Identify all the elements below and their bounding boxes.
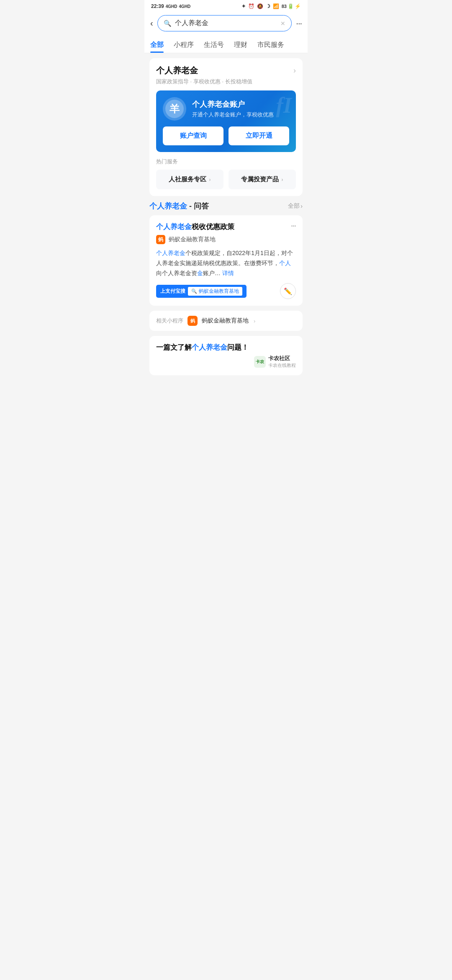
source-main-name: 卡农社区 — [268, 355, 296, 362]
search-tag-value-text: 蚂蚁金融教育基地 — [199, 288, 239, 295]
first-result-card: 个人养老金 › 国家政策指导 · 享税收优惠 · 长投稳增值 fI 羊 个人养老… — [149, 58, 303, 196]
search-value: 个人养老金 — [175, 19, 277, 28]
banner-desc: 开通个人养老金账户，享税收优惠 — [192, 111, 289, 119]
banner-icon-label: 羊 — [170, 102, 180, 116]
result-title: 一篇文了解个人养老金问题！ — [156, 343, 296, 352]
more-button[interactable]: ··· — [296, 18, 302, 28]
qa-title-highlight-part: 个人养老金 — [156, 223, 192, 231]
battery-level-text: 83 — [282, 4, 287, 9]
related-mini-program-row[interactable]: 相关小程序 蚂 蚂蚁金融教育基地 › — [149, 311, 303, 331]
banner-icon-inner: 羊 — [165, 100, 184, 118]
card-main-title: 个人养老金 — [156, 65, 198, 76]
alarm-icon: ⏰ — [248, 3, 254, 9]
related-chevron-icon: › — [254, 318, 255, 324]
qa-all-chevron-icon: › — [300, 203, 303, 209]
hot-service-investment-label: 专属投资产品 — [241, 175, 279, 183]
qa-title-text: 个人养老金税收优惠政策 — [156, 222, 234, 232]
mute-icon: 🔕 — [257, 3, 263, 9]
qa-body-highlight1: 个人养老金 — [156, 250, 185, 256]
qa-title-row: 个人养老金税收优惠政策 ··· — [156, 222, 296, 232]
tab-all[interactable]: 全部 — [150, 36, 164, 53]
result-source-badge: 卡农 卡农社区 卡农在线教程 — [254, 355, 296, 369]
qa-card: 个人养老金税收优惠政策 ··· 蚂 蚂蚁金融教育基地 个人养老金个税政策规定，自… — [149, 215, 303, 306]
battery-icon: 🔋 — [288, 3, 294, 9]
card-subtitle: 国家政策指导 · 享税收优惠 · 长投稳增值 — [156, 78, 296, 85]
back-button[interactable]: ‹ — [150, 18, 153, 28]
status-right: ✦ ⏰ 🔕 ☽ 📶 83 🔋 ⚡ — [241, 3, 301, 9]
tab-finance[interactable]: 理财 — [234, 36, 247, 53]
banner-watermark: fI — [276, 95, 292, 116]
search-tag-value: 🔍 蚂蚁金融教育基地 — [188, 287, 242, 296]
hot-service-renshe[interactable]: 人社服务专区 › — [156, 170, 223, 189]
renshe-chevron-icon: › — [209, 176, 211, 183]
status-time: 22:39 — [151, 3, 164, 9]
hot-service-investment[interactable]: 专属投资产品 › — [229, 170, 296, 189]
qa-title-suffix: - 问答 — [187, 202, 209, 210]
qa-title-highlight: 个人养老金 — [149, 202, 187, 210]
qa-all-link[interactable]: 全部 › — [288, 202, 303, 210]
qa-title-suffix-part: 税收优惠政策 — [192, 223, 234, 231]
signal-left: 4GHD — [166, 4, 177, 9]
source-icon: 蚂 — [156, 235, 165, 244]
hot-label: 热门服务 — [156, 158, 296, 165]
bluetooth-icon: ✦ — [241, 3, 246, 9]
kn-badge: 卡农 — [254, 356, 266, 368]
search-tag-row: 上支付宝搜 🔍 蚂蚁金融教育基地 ✏️ — [156, 283, 296, 299]
qa-detail-link[interactable]: 详情 — [222, 270, 234, 276]
source-sub-label: 卡农在线教程 — [268, 362, 296, 369]
qa-section-header: 个人养老金 - 问答 全部 › — [149, 201, 303, 211]
blue-banner: fI 羊 个人养老金账户 开通个人养老金账户，享税收优惠 账户查询 立即开通 — [156, 90, 296, 152]
banner-text-group: 个人养老金账户 开通个人养老金账户，享税收优惠 — [192, 99, 289, 119]
qa-more-button[interactable]: ··· — [291, 222, 296, 231]
qa-source-row: 蚂 蚂蚁金融教育基地 — [156, 235, 296, 244]
banner-icon-circle: 羊 — [163, 97, 186, 121]
card-title-row: 个人养老金 › — [156, 65, 296, 76]
account-query-button[interactable]: 账户查询 — [163, 126, 223, 145]
bottom-result-card: 一篇文了解个人养老金问题！ 卡农 卡农社区 卡农在线教程 — [149, 336, 303, 375]
result-title-part1: 一篇文了解 — [156, 343, 192, 351]
search-icon: 🔍 — [164, 20, 172, 27]
wifi-icon: 📶 — [273, 3, 279, 9]
kn-badge-label: 卡农 — [256, 359, 264, 365]
investment-chevron-icon: › — [281, 176, 283, 183]
search-inner-icon: 🔍 — [191, 289, 197, 294]
result-title-highlight: 个人养老金 — [192, 343, 227, 351]
edit-icon: ✏️ — [284, 287, 292, 295]
banner-title: 个人养老金账户 — [192, 99, 289, 109]
source-text-group: 卡农社区 卡农在线教程 — [268, 355, 296, 369]
search-box[interactable]: 🔍 个人养老金 ✕ — [157, 15, 292, 31]
qa-section-title: 个人养老金 - 问答 — [149, 201, 209, 211]
tabs-bar: 全部 小程序 生活号 理财 市民服务 — [144, 36, 308, 53]
header: ‹ 🔍 个人养老金 ✕ ··· — [144, 11, 308, 36]
hot-service-renshe-label: 人社服务专区 — [169, 175, 206, 183]
qa-body-highlight3: 金 — [197, 270, 203, 276]
result-source-row: 卡农 卡农社区 卡农在线教程 — [156, 355, 296, 369]
banner-buttons: 账户查询 立即开通 — [163, 126, 289, 145]
flash-icon: ⚡ — [295, 3, 301, 9]
qa-body-part4: 账户… — [203, 270, 221, 276]
result-title-part2: 问题！ — [227, 343, 249, 351]
qa-body-highlight2: 个人 — [279, 260, 291, 266]
banner-top: 羊 个人养老金账户 开通个人养老金账户，享税收优惠 — [163, 97, 289, 121]
clear-icon[interactable]: ✕ — [280, 20, 285, 27]
related-icon: 蚂 — [187, 316, 198, 326]
edit-icon-button[interactable]: ✏️ — [280, 283, 296, 299]
related-name: 蚂蚁金融教育基地 — [202, 317, 249, 325]
tab-citizen[interactable]: 市民服务 — [257, 36, 284, 53]
signal-right: 4GHD — [179, 4, 191, 9]
qa-body-part3: 向个人养老金资 — [156, 270, 197, 276]
card-chevron-right[interactable]: › — [293, 66, 296, 75]
battery-container: 83 🔋 ⚡ — [282, 3, 301, 9]
search-tag-button[interactable]: 上支付宝搜 🔍 蚂蚁金融教育基地 — [156, 285, 247, 298]
tab-life[interactable]: 生活号 — [204, 36, 224, 53]
open-now-button[interactable]: 立即开通 — [229, 126, 289, 145]
main-content: 个人养老金 › 国家政策指导 · 享税收优惠 · 长投稳增值 fI 羊 个人养老… — [144, 53, 308, 385]
qa-body-text: 个人养老金个税政策规定，自2022年1月1日起，对个人养老金实施递延纳税优惠政策… — [156, 248, 296, 278]
hot-services: 人社服务专区 › 专属投资产品 › — [156, 170, 296, 189]
tab-miniapp[interactable]: 小程序 — [174, 36, 194, 53]
source-name: 蚂蚁金融教育基地 — [169, 236, 216, 243]
search-tag-label: 上支付宝搜 — [160, 288, 185, 295]
related-label: 相关小程序 — [156, 317, 183, 325]
status-bar: 22:39 4GHD 4GHD ✦ ⏰ 🔕 ☽ 📶 83 🔋 ⚡ — [144, 0, 308, 11]
moon-icon: ☽ — [266, 3, 270, 9]
